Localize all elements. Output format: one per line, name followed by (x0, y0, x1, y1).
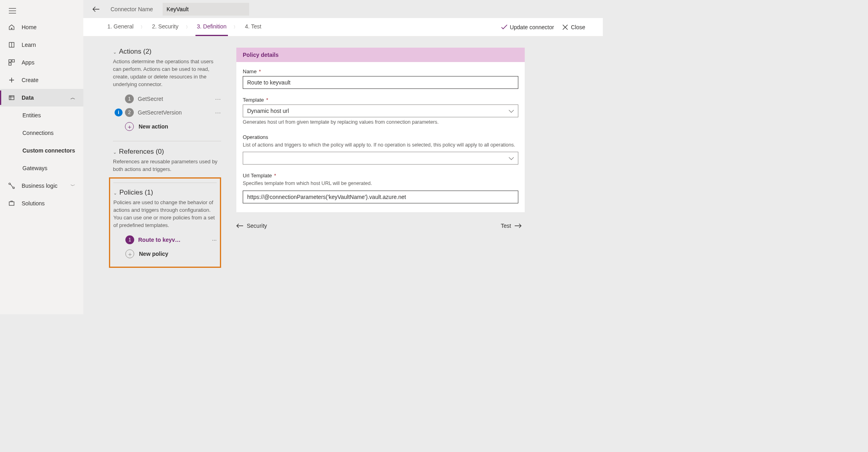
nav-solutions[interactable]: Solutions (0, 195, 83, 212)
subnav-entities[interactable]: Entities (0, 106, 83, 124)
references-section-header[interactable]: ⌄ References (0) (113, 148, 221, 156)
subnav-connections[interactable]: Connections (0, 124, 83, 142)
button-label: Close (571, 24, 585, 30)
subnav-label: Connections (22, 130, 54, 136)
info-icon: i (115, 108, 123, 117)
section-title: Actions (2) (119, 48, 151, 56)
nav-create[interactable]: Create (0, 71, 83, 89)
subnav-label: Gateways (22, 165, 47, 171)
url-template-input[interactable] (243, 191, 518, 203)
data-icon (8, 94, 15, 101)
actions-description: Actions determine the operations that us… (113, 58, 221, 88)
action-label: GetSecret (138, 96, 212, 102)
operations-select[interactable] (243, 152, 518, 165)
action-item-getsecretversion[interactable]: i 2 GetSecretVersion ··· (113, 106, 221, 119)
svg-rect-4 (9, 63, 11, 65)
button-label: New action (139, 123, 168, 130)
button-label: New policy (139, 251, 168, 257)
plus-icon (8, 76, 15, 84)
subnav-custom-connectors[interactable]: Custom connectors (0, 142, 83, 159)
chevron-down-icon: ⌄ (113, 150, 117, 155)
policies-description: Policies are used to change the behavior… (113, 199, 217, 229)
policy-item-route-to-keyvault[interactable]: 1 Route to keyv… ··· (113, 233, 217, 247)
references-description: References are reusable parameters used … (113, 158, 221, 173)
nav-business-logic[interactable]: Business logic ﹀ (0, 177, 83, 195)
nav-label: Home (22, 24, 36, 30)
new-policy-button[interactable]: ＋ New policy (113, 247, 217, 261)
policy-name-input[interactable] (243, 76, 518, 89)
update-connector-button[interactable]: Update connector (501, 24, 554, 30)
step-definition[interactable]: 3. Definition (195, 18, 228, 36)
connector-name-label: Connector Name (107, 6, 156, 12)
policies-highlight: ⌄ Policies (1) Policies are used to chan… (109, 177, 221, 268)
link-label: Security (247, 223, 267, 229)
home-icon (8, 24, 15, 31)
more-menu-icon[interactable]: ··· (215, 96, 221, 102)
template-select[interactable]: Dynamic host url (243, 104, 518, 117)
name-label: Name * (243, 68, 518, 74)
template-help: Generates host url from given template b… (243, 119, 518, 126)
actions-section-header[interactable]: ⌄ Actions (2) (113, 48, 221, 56)
chevron-right-icon: 〉 (234, 24, 238, 30)
nav-learn[interactable]: Learn (0, 36, 83, 54)
definition-panel: ⌄ Actions (2) Actions determine the oper… (113, 48, 221, 314)
item-number-badge: 2 (125, 108, 134, 117)
prev-security-link[interactable]: Security (236, 223, 267, 229)
new-action-button[interactable]: ＋ New action (113, 119, 221, 134)
svg-rect-2 (9, 60, 11, 62)
nav-label: Apps (22, 59, 34, 66)
svg-point-9 (13, 187, 14, 189)
policy-label: Route to keyv… (138, 237, 212, 243)
hamburger-icon (9, 8, 16, 14)
operations-label: Operations (243, 134, 518, 140)
step-security[interactable]: 2. Security (150, 18, 180, 36)
divider (113, 183, 217, 183)
sidebar: Home Learn Apps Create Data ︿ Entities C… (0, 0, 83, 314)
svg-rect-10 (9, 202, 14, 205)
chevron-right-icon: 〉 (186, 24, 190, 30)
nav-label: Data (22, 94, 34, 101)
chevron-right-icon: 〉 (141, 24, 145, 30)
section-title: References (0) (119, 148, 164, 156)
arrow-left-icon (236, 223, 244, 228)
nav-label: Solutions (22, 200, 45, 207)
action-label: GetSecretVersion (138, 109, 212, 116)
url-template-help: Specifies template from which host URL w… (243, 180, 518, 187)
link-label: Test (501, 223, 511, 229)
close-icon (562, 24, 568, 30)
arrow-right-icon (514, 223, 522, 228)
step-general[interactable]: 1. General (106, 18, 135, 36)
more-menu-icon[interactable]: ··· (212, 237, 217, 243)
nav-home[interactable]: Home (0, 18, 83, 36)
more-menu-icon[interactable]: ··· (215, 109, 221, 116)
back-button[interactable] (90, 3, 103, 16)
operations-help: List of actions and triggers to which th… (243, 142, 518, 149)
hamburger-menu[interactable] (0, 3, 83, 18)
nav-label: Business logic (22, 183, 58, 189)
subnav-gateways[interactable]: Gateways (0, 159, 83, 177)
select-value: Dynamic host url (247, 108, 289, 114)
chevron-down-icon: ⌄ (113, 191, 117, 196)
header-bar: Connector Name (83, 0, 603, 18)
item-number-badge: 1 (125, 235, 134, 244)
chevron-down-icon: ﹀ (70, 183, 75, 189)
plus-circle-icon: ＋ (125, 249, 134, 258)
step-test[interactable]: 4. Test (243, 18, 263, 36)
policies-section-header[interactable]: ⌄ Policies (1) (113, 189, 217, 197)
next-test-link[interactable]: Test (501, 223, 522, 229)
close-button[interactable]: Close (562, 24, 585, 30)
nav-apps[interactable]: Apps (0, 54, 83, 71)
action-item-getsecret[interactable]: 1 GetSecret ··· (113, 92, 221, 106)
nav-label: Learn (22, 42, 36, 48)
button-label: Update connector (510, 24, 554, 30)
arrow-left-icon (93, 6, 100, 12)
policy-details-form: Policy details Name * Template * Dynamic… (236, 48, 525, 314)
flow-icon (8, 182, 15, 189)
wizard-steps: 1. General 〉 2. Security 〉 3. Definition… (83, 18, 603, 36)
check-icon (501, 24, 508, 30)
template-label: Template * (243, 97, 518, 103)
nav-label: Create (22, 77, 38, 83)
nav-data[interactable]: Data ︿ (0, 89, 83, 106)
connector-name-input[interactable] (163, 3, 249, 16)
divider (113, 141, 221, 141)
